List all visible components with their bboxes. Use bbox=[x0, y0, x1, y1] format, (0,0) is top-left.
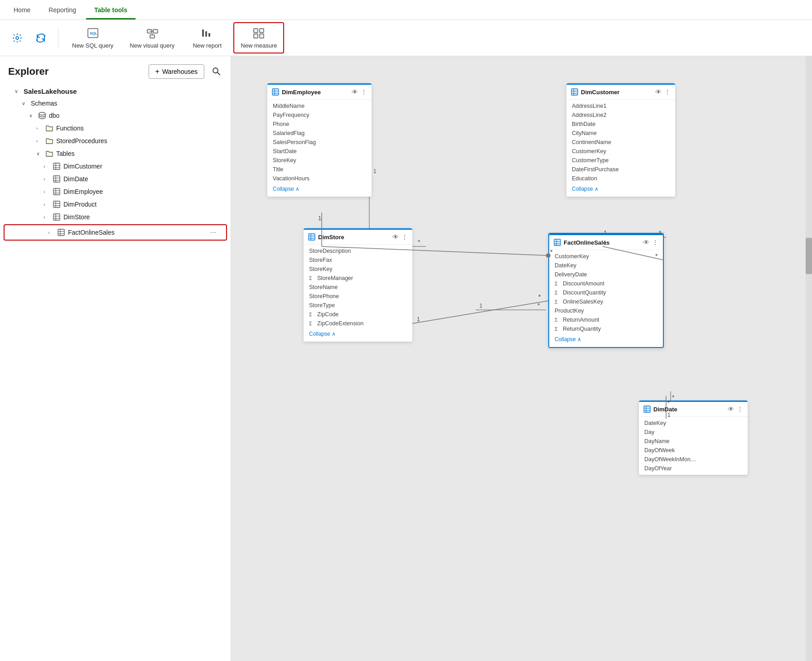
ellipsis-icon[interactable]: ⋮ bbox=[664, 88, 671, 96]
refresh-button[interactable] bbox=[31, 30, 51, 46]
card-dimdate-body: DateKey Day DayName DayOfWeek DayOfWeekI… bbox=[639, 417, 748, 475]
tree-item-dimcustomer[interactable]: › DimCustomer bbox=[0, 160, 231, 173]
collapse-dimemployee[interactable]: Collapse ∧ bbox=[267, 183, 372, 195]
chevron-right-icon: › bbox=[36, 125, 43, 131]
new-measure-button[interactable]: New measure bbox=[233, 22, 284, 53]
field-customerkey: CustomerKey bbox=[549, 252, 663, 261]
field-storekey: StoreKey bbox=[304, 265, 412, 274]
field-dayofweekinmonth: DayOfWeekInMon… bbox=[639, 455, 748, 464]
collapse-dimcustomer[interactable]: Collapse ∧ bbox=[566, 183, 675, 195]
card-dimdate-actions: 👁 ⋮ bbox=[728, 405, 743, 413]
ellipsis-icon[interactable]: ⋮ bbox=[361, 88, 367, 96]
field-phone: Phone bbox=[267, 120, 372, 129]
svg-point-17 bbox=[39, 112, 45, 115]
field-productkey: ProductKey bbox=[549, 306, 663, 315]
card-dimstore-header: DimStore 👁 ⋮ bbox=[304, 228, 412, 245]
eye-icon[interactable]: 👁 bbox=[728, 405, 734, 413]
svg-rect-59 bbox=[571, 89, 578, 95]
tab-table-tools[interactable]: Table tools bbox=[86, 2, 135, 19]
tree-item-storedprocedures[interactable]: › StoredProcedures bbox=[0, 135, 231, 147]
field-storephone: StorePhone bbox=[304, 292, 412, 301]
ellipsis-icon[interactable]: ⋮ bbox=[737, 405, 743, 413]
svg-point-0 bbox=[16, 37, 19, 39]
tab-home[interactable]: Home bbox=[5, 2, 39, 19]
chevron-right-icon: › bbox=[48, 230, 54, 235]
new-sql-query-button[interactable]: SQL New SQL query bbox=[66, 23, 120, 53]
tree-item-saleslakehouse[interactable]: ∨ SalesLakehouse bbox=[0, 85, 231, 97]
eye-icon[interactable]: 👁 bbox=[392, 233, 399, 241]
warehouses-button[interactable]: + Warehouses bbox=[149, 64, 204, 79]
svg-rect-4 bbox=[153, 29, 158, 33]
folder-icon bbox=[45, 137, 53, 145]
new-visual-query-button[interactable]: New visual query bbox=[123, 23, 181, 53]
chevron-right-icon: › bbox=[44, 176, 50, 182]
new-sql-query-label: New SQL query bbox=[72, 42, 113, 49]
new-measure-label: New measure bbox=[241, 42, 277, 49]
field-salariedflag: SalariedFlag bbox=[267, 129, 372, 138]
ellipsis-icon[interactable]: ⋮ bbox=[652, 239, 658, 246]
canvas-area[interactable]: 1 * 1 * 1 * * 1 bbox=[231, 56, 812, 661]
tree-item-dbo[interactable]: ∨ dbo bbox=[0, 109, 231, 122]
card-dimstore[interactable]: DimStore 👁 ⋮ StoreDescription StoreFax S… bbox=[304, 228, 412, 342]
table-card-icon bbox=[643, 405, 651, 413]
field-dayofweek: DayOfWeek bbox=[639, 446, 748, 455]
svg-text:*: * bbox=[537, 302, 540, 309]
chevron-down-icon: ∨ bbox=[36, 151, 43, 157]
field-storefax: StoreFax bbox=[304, 256, 412, 265]
settings-button[interactable] bbox=[7, 30, 27, 46]
card-factonlinesales-header: FactOnlineSales 👁 ⋮ bbox=[549, 234, 663, 250]
table-card-icon bbox=[272, 88, 279, 96]
eye-icon[interactable]: 👁 bbox=[352, 88, 358, 96]
svg-rect-67 bbox=[554, 239, 561, 246]
vertical-scrollbar[interactable] bbox=[806, 56, 812, 661]
table-card-icon bbox=[571, 88, 578, 96]
card-dimcustomer[interactable]: DimCustomer 👁 ⋮ AddressLine1 AddressLine… bbox=[566, 83, 675, 197]
tab-reporting[interactable]: Reporting bbox=[40, 2, 84, 19]
field-payfrequency: PayFrequency bbox=[267, 111, 372, 120]
tree-item-functions[interactable]: › Functions bbox=[0, 122, 231, 135]
svg-rect-34 bbox=[53, 214, 60, 220]
field-datekey: DateKey bbox=[639, 419, 748, 428]
lakehouse-label: SalesLakehouse bbox=[24, 87, 77, 95]
card-dimemployee[interactable]: DimEmployee 👁 ⋮ MiddleName PayFrequency … bbox=[267, 83, 372, 197]
toolbar: SQL New SQL query New visual query New r… bbox=[0, 20, 812, 56]
svg-text:*: * bbox=[418, 238, 420, 246]
svg-rect-13 bbox=[254, 34, 258, 38]
svg-text:*: * bbox=[538, 293, 541, 300]
field-discountquantity: ΣDiscountQuantity bbox=[549, 288, 663, 297]
card-dimcustomer-actions: 👁 ⋮ bbox=[655, 88, 671, 96]
chevron-right-icon: › bbox=[44, 214, 50, 220]
field-cityname: CityName bbox=[566, 129, 675, 138]
eye-icon[interactable]: 👁 bbox=[643, 239, 649, 246]
field-discountamount: ΣDiscountAmount bbox=[549, 279, 663, 288]
svg-rect-26 bbox=[53, 188, 60, 195]
scrollbar-thumb[interactable] bbox=[806, 238, 812, 274]
more-options-icon[interactable]: ··· bbox=[208, 227, 219, 237]
search-button[interactable] bbox=[210, 65, 222, 79]
functions-label: Functions bbox=[56, 125, 84, 132]
field-dayname: DayName bbox=[639, 437, 748, 446]
collapse-factonlinesales[interactable]: Collapse ∧ bbox=[549, 333, 663, 345]
card-factonlinesales[interactable]: FactOnlineSales 👁 ⋮ CustomerKey DateKey … bbox=[548, 233, 664, 348]
tree-item-tables[interactable]: ∨ Tables bbox=[0, 147, 231, 160]
collapse-dimstore[interactable]: Collapse ∧ bbox=[304, 328, 412, 340]
ellipsis-icon[interactable]: ⋮ bbox=[401, 233, 408, 241]
svg-rect-12 bbox=[260, 29, 264, 33]
field-returnquantity: ΣReturnQuantity bbox=[549, 324, 663, 333]
folder-icon bbox=[45, 124, 53, 132]
svg-rect-14 bbox=[260, 34, 264, 38]
svg-rect-22 bbox=[53, 176, 60, 182]
tree-item-dimproduct[interactable]: › DimProduct bbox=[0, 198, 231, 211]
tree-item-factonlinesales[interactable]: › FactOnlineSales ··· bbox=[4, 224, 227, 241]
field-education: Education bbox=[566, 174, 675, 183]
eye-icon[interactable]: 👁 bbox=[655, 88, 662, 96]
tree-item-schemas[interactable]: ∨ Schemas bbox=[0, 97, 231, 109]
tree-item-dimemployee[interactable]: › DimEmployee bbox=[0, 185, 231, 198]
tree-item-dimstore[interactable]: › DimStore bbox=[0, 211, 231, 223]
chevron-right-icon: › bbox=[44, 202, 50, 207]
card-dimdate[interactable]: DimDate 👁 ⋮ DateKey Day DayName DayOfWee… bbox=[639, 400, 748, 475]
svg-line-16 bbox=[218, 72, 220, 75]
new-report-button[interactable]: New report bbox=[184, 23, 230, 53]
field-onlinesaleskey: ΣOnlineSalesKey bbox=[549, 297, 663, 306]
tree-item-dimdate[interactable]: › DimDate bbox=[0, 173, 231, 185]
